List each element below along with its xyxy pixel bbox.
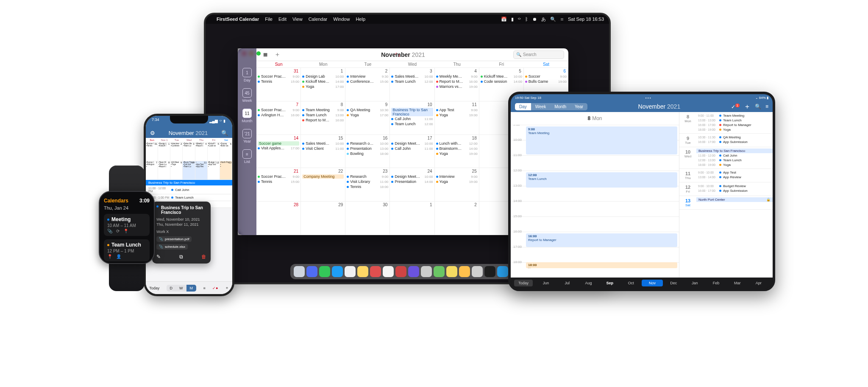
day-cell[interactable]: 8Team Meeting9:00Team Lunch13:00Report t… bbox=[301, 101, 345, 135]
event-row[interactable]: Kickoff Mee…10:00 bbox=[481, 74, 522, 79]
event-row[interactable]: Code session14:00 bbox=[481, 79, 522, 84]
phone-month[interactable]: November 2021 bbox=[169, 130, 208, 136]
dock-app[interactable] bbox=[319, 266, 330, 277]
mini-day[interactable]: 3•Sales Me•Team Lu bbox=[183, 143, 195, 161]
day-cell[interactable]: 7Soccer Prac…9:00Arlington H…16:00 bbox=[256, 101, 301, 135]
add-icon[interactable]: ＋ bbox=[744, 102, 751, 111]
day-cell[interactable]: 11 App Test9:00Yoga19:00 bbox=[435, 101, 479, 135]
list-event[interactable]: 13:00 · 14:00App Review bbox=[696, 175, 773, 179]
month-Nov[interactable]: Nov bbox=[642, 280, 663, 286]
dock-app[interactable] bbox=[434, 266, 445, 277]
allday-event[interactable]: North Port Center 🔒 bbox=[696, 197, 773, 202]
delete-icon[interactable]: 🗑 bbox=[201, 254, 206, 260]
list-event[interactable]: 12:00 · 13:00Team Lunch bbox=[696, 158, 773, 163]
user-icon[interactable]: ⏺ bbox=[532, 17, 537, 22]
schedule-block[interactable]: 12:00Team Lunch bbox=[526, 172, 677, 188]
day-cell[interactable]: 2Interview9:30Conference…15:00 bbox=[345, 68, 390, 101]
event-row[interactable]: QA Meeting10:30 bbox=[347, 108, 388, 112]
view-month[interactable]: 11Month bbox=[240, 109, 254, 123]
event-row[interactable]: Yoga17:00 bbox=[302, 84, 344, 89]
month-Feb[interactable]: Feb bbox=[705, 280, 726, 286]
attachment[interactable]: 📎schedule.xlsx bbox=[156, 244, 188, 250]
day-cell[interactable]: 30 bbox=[345, 202, 390, 235]
mini-day[interactable]: 11••App Test•App Rev bbox=[195, 161, 208, 180]
event-row[interactable]: Arlington H…16:00 bbox=[258, 113, 299, 118]
dock-app[interactable] bbox=[421, 266, 432, 277]
list-event[interactable]: 18:00 · 19:00Yoga bbox=[696, 163, 773, 167]
dock-app[interactable] bbox=[345, 266, 356, 277]
day-cell[interactable]: 22Company Meeting bbox=[301, 168, 345, 202]
event-row[interactable]: Interview9:00 bbox=[436, 174, 478, 179]
dock-app[interactable] bbox=[306, 266, 317, 277]
watch-event[interactable]: Team Lunch 12 PM – 1 PM 📍 👤 bbox=[104, 239, 150, 261]
seg-week[interactable]: Week bbox=[531, 103, 550, 110]
day-cell[interactable]: 3Sales Meeti…10:00Team Lunch12:00 bbox=[390, 68, 434, 101]
month-Mar[interactable]: Mar bbox=[727, 280, 748, 286]
seg-M[interactable]: M bbox=[186, 285, 197, 292]
event-row[interactable]: Brainstorm…14:00 bbox=[436, 146, 478, 151]
event-row[interactable]: Kickoff Mee…14:00 bbox=[302, 79, 344, 84]
add-icon[interactable]: ＋ bbox=[225, 285, 229, 291]
hour-schedule[interactable]: 9:0010:0011:0012:0013:0014:0015:0016:001… bbox=[511, 125, 679, 278]
dock-app[interactable] bbox=[294, 266, 305, 277]
cc-icon[interactable]: ⠶ bbox=[560, 17, 564, 22]
event-row[interactable]: Conference…15:00 bbox=[347, 79, 388, 84]
dock-app[interactable] bbox=[472, 266, 483, 277]
attachment[interactable]: 📎presentation.pdf bbox=[156, 236, 192, 242]
search-icon[interactable]: 🔍 bbox=[221, 130, 228, 136]
view-segment[interactable]: DWM bbox=[167, 285, 197, 292]
mini-day[interactable]: 13•North Port•• bbox=[220, 161, 232, 180]
list-event[interactable]: 16:00 · 17:00App Submission bbox=[696, 188, 773, 193]
event-row[interactable]: Presentation14:00 bbox=[391, 179, 433, 184]
list-event[interactable]: 13:00 · 13:00Team Lunch bbox=[696, 118, 773, 123]
event-row[interactable]: Soccer Prac…9:00 bbox=[258, 108, 299, 112]
event-row[interactable]: App Test9:00 bbox=[436, 108, 478, 112]
duplicate-icon[interactable]: ⧉ bbox=[179, 254, 183, 260]
event-row[interactable]: Presentation13:00 bbox=[347, 146, 388, 151]
month-Apr[interactable]: Apr bbox=[748, 280, 769, 286]
view-week[interactable]: 45Week bbox=[240, 88, 254, 103]
event-row[interactable]: Visit Library11:00 bbox=[347, 179, 388, 184]
search-icon[interactable]: 🔍 bbox=[755, 104, 761, 109]
day-cell[interactable]: 29 bbox=[301, 202, 345, 235]
dock-app[interactable] bbox=[497, 266, 508, 277]
dock-app[interactable] bbox=[484, 266, 495, 277]
event-row[interactable]: Bowling18:00 bbox=[347, 151, 388, 156]
mini-day[interactable]: 1•Design L•Kickoff I bbox=[158, 143, 170, 161]
schedule-block[interactable]: 18:00Yoga bbox=[526, 262, 677, 268]
list-event[interactable]: 16:00 · 17:00Report to Manager bbox=[696, 123, 773, 127]
menu-edit[interactable]: Edit bbox=[278, 17, 287, 22]
reminders-icon[interactable]: ✓● bbox=[212, 286, 218, 290]
event-row[interactable]: Team Meeting9:00 bbox=[302, 108, 344, 112]
view-segment[interactable]: DayWeekMonthYear bbox=[515, 103, 587, 110]
menu-file[interactable]: File bbox=[265, 17, 273, 22]
seg-day[interactable]: Day bbox=[515, 103, 531, 110]
mini-day[interactable]: 31•Soccer I•Tennis bbox=[146, 143, 158, 161]
seg-month[interactable]: Month bbox=[550, 103, 570, 110]
event-row[interactable]: Visit Client11:00 bbox=[302, 146, 344, 151]
seg-W[interactable]: W bbox=[176, 285, 186, 292]
month-Aug[interactable]: Aug bbox=[578, 280, 599, 286]
event-row[interactable]: Team Lunch13:00 bbox=[302, 113, 344, 118]
list-event[interactable]: 11:00 · 12:00Call John bbox=[696, 153, 773, 158]
seg-D[interactable]: D bbox=[167, 285, 176, 292]
menu-calendar[interactable]: Calendar bbox=[309, 17, 328, 22]
month-Jan[interactable]: Jan bbox=[684, 280, 705, 286]
day-cell[interactable]: 25Interview9:00Yoga19:00 bbox=[435, 168, 479, 202]
day-cell[interactable]: 15Sales Meeti…10:00Visit Client11:00 bbox=[301, 135, 345, 168]
app-name[interactable]: FirstSeed Calendar bbox=[217, 17, 259, 22]
dock-app[interactable] bbox=[357, 266, 368, 277]
event-row[interactable]: Research o…10:00 bbox=[347, 141, 388, 146]
event-row[interactable]: Soccer Prac…9:00 bbox=[258, 174, 299, 179]
list-event[interactable]: 16:00 · 17:00App Submission bbox=[696, 140, 773, 144]
allday-event[interactable]: Company Meeting bbox=[302, 174, 344, 179]
event-row[interactable]: Sales Meeti…10:00 bbox=[391, 74, 433, 79]
day-cell[interactable]: 16Research o…10:00Presentation13:00Bowli… bbox=[345, 135, 390, 168]
event-row[interactable]: Report to M…16:00 bbox=[436, 79, 478, 84]
month-Dec[interactable]: Dec bbox=[663, 280, 684, 286]
event-row[interactable]: Warriors vs…19:00 bbox=[436, 84, 478, 89]
mini-day[interactable]: 9•QA Meet•Yoga• bbox=[170, 161, 183, 180]
event-row[interactable]: Soccer9:00 bbox=[525, 74, 567, 79]
event-row[interactable]: Tennis15:00 bbox=[258, 79, 299, 84]
schedule-block[interactable]: 9:00Team Meeting bbox=[526, 126, 677, 154]
